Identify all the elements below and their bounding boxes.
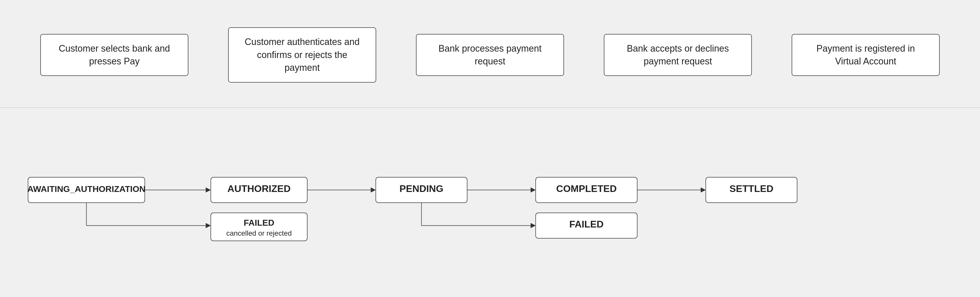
bottom-section: AWAITING_AUTHORIZATION AUTHORIZED FAILED…	[0, 108, 980, 297]
svg-marker-22	[531, 223, 536, 228]
step-label-5: Payment is registered in Virtual Account	[802, 42, 929, 68]
svg-rect-23	[536, 213, 637, 238]
svg-marker-17	[531, 187, 536, 192]
step-label-1: Customer selects bank and presses Pay	[51, 42, 178, 68]
step-box-2: Customer authenticates and confirms or r…	[228, 27, 376, 82]
step-label-3: Bank processes payment request	[427, 42, 553, 68]
svg-rect-18	[536, 177, 637, 203]
svg-marker-8	[206, 223, 211, 228]
step-box-4: Bank accepts or declines payment request	[604, 34, 752, 76]
step-label-2: Customer authenticates and confirms or r…	[239, 35, 366, 74]
svg-text:cancelled or rejected: cancelled or rejected	[226, 229, 292, 237]
svg-text:FAILED: FAILED	[570, 219, 604, 230]
svg-rect-4	[211, 177, 307, 203]
svg-text:FAILED: FAILED	[244, 218, 274, 227]
svg-text:AUTHORIZED: AUTHORIZED	[228, 183, 291, 194]
svg-text:PENDING: PENDING	[399, 183, 443, 194]
step-box-1: Customer selects bank and presses Pay	[40, 34, 188, 76]
svg-rect-14	[375, 177, 467, 203]
svg-text:AWAITING_AUTHORIZATION: AWAITING_AUTHORIZATION	[27, 184, 145, 194]
flow-diagram: AWAITING_AUTHORIZATION AUTHORIZED FAILED…	[21, 126, 959, 279]
svg-marker-13	[371, 187, 376, 192]
svg-marker-3	[206, 187, 211, 192]
svg-rect-0	[28, 177, 145, 203]
svg-rect-27	[706, 177, 797, 203]
top-section: Customer selects bank and presses Pay Cu…	[0, 0, 980, 107]
svg-marker-26	[701, 187, 706, 192]
svg-text:SETTLED: SETTLED	[729, 183, 773, 194]
step-label-4: Bank accepts or declines payment request	[614, 42, 741, 68]
svg-rect-9	[211, 213, 307, 241]
step-box-3: Bank processes payment request	[416, 34, 564, 76]
step-box-5: Payment is registered in Virtual Account	[792, 34, 940, 76]
svg-text:COMPLETED: COMPLETED	[556, 183, 617, 194]
